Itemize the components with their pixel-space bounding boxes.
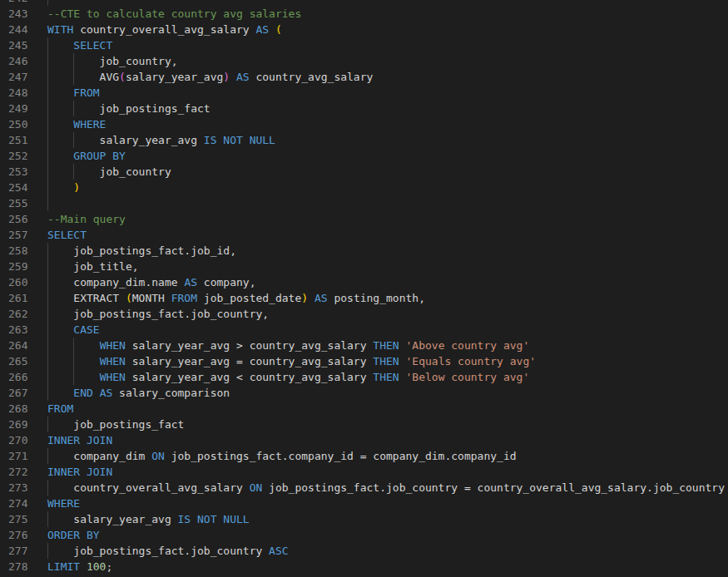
code-line[interactable]: 260 company_dim.name AS company, [0, 274, 728, 290]
code-token: AS [100, 387, 113, 399]
line-number[interactable]: 266 [8, 369, 27, 385]
code-line[interactable]: 245 SELECT [0, 37, 728, 53]
line-number[interactable]: 243 [8, 6, 27, 22]
line-number[interactable]: 260 [8, 274, 27, 290]
line-number[interactable]: 270 [8, 432, 27, 448]
code-line[interactable]: 275 salary_year_avg IS NOT NULL [0, 511, 728, 527]
code-line[interactable]: 274WHERE [0, 496, 728, 511]
code-line-content: job_postings_fact [47, 101, 210, 116]
line-number[interactable]: 272 [8, 464, 27, 480]
code-line[interactable]: 269 job_postings_fact [0, 417, 728, 432]
indent-guide [47, 243, 48, 259]
code-line[interactable]: 255 [0, 195, 728, 211]
line-number[interactable]: 258 [8, 243, 27, 259]
line-number[interactable]: 278 [8, 559, 27, 575]
code-line[interactable]: 246 job_country, [0, 53, 728, 69]
code-line[interactable]: 247 AVG(salary_year_avg) AS country_avg_… [0, 69, 728, 85]
code-token: AS [236, 71, 250, 83]
line-number[interactable]: 269 [8, 417, 27, 432]
code-token: ( [275, 23, 282, 36]
code-token: INNER JOIN [47, 466, 112, 478]
line-number[interactable]: 265 [8, 353, 27, 369]
code-line[interactable]: 263 CASE [0, 322, 728, 338]
line-number[interactable]: 268 [8, 401, 27, 417]
code-line[interactable]: 242 [0, 0, 728, 6]
line-number[interactable]: 256 [8, 211, 27, 227]
line-number[interactable]: 250 [8, 116, 27, 132]
code-token: INNER JOIN [47, 434, 112, 446]
code-token: job_postings_fact.company_id = company_d… [165, 450, 517, 462]
code-line[interactable]: 270INNER JOIN [0, 432, 728, 448]
line-number[interactable]: 261 [8, 290, 27, 306]
line-number[interactable]: 267 [8, 385, 27, 401]
code-line[interactable]: 278LIMIT 100; [0, 559, 728, 575]
line-number[interactable]: 275 [8, 511, 27, 527]
code-line[interactable]: 244WITH country_overall_avg_salary AS ( [0, 22, 728, 37]
indent-guide [73, 164, 74, 180]
line-number[interactable]: 262 [8, 306, 27, 322]
code-token: WITH [47, 23, 73, 36]
code-line[interactable]: 265 WHEN salary_year_avg = country_avg_s… [0, 353, 728, 369]
line-number[interactable]: 245 [8, 37, 27, 53]
code-line[interactable]: 253 job_country [0, 164, 728, 180]
code-line[interactable]: 261 EXTRACT (MONTH FROM job_posted_date)… [0, 290, 728, 306]
code-token: company, [197, 276, 255, 288]
indent-guide [47, 511, 48, 527]
code-line-content: job_postings_fact.job_country ASC [47, 543, 289, 559]
code-line[interactable]: 276ORDER BY [0, 527, 728, 543]
code-token: ; [106, 560, 112, 573]
code-token: posting_month, [328, 292, 425, 304]
code-line[interactable]: 252 GROUP BY [0, 148, 728, 164]
line-number[interactable]: 253 [8, 164, 27, 180]
line-number[interactable]: 277 [8, 543, 27, 559]
indent-guide [47, 116, 48, 132]
code-token: job_posted_date [197, 292, 301, 304]
line-number[interactable]: 251 [8, 132, 27, 148]
code-line[interactable]: 259 job_title, [0, 259, 728, 274]
code-line[interactable]: 258 job_postings_fact.job_id, [0, 243, 728, 259]
code-line[interactable]: 248 FROM [0, 85, 728, 101]
line-number[interactable]: 246 [8, 53, 27, 69]
line-number[interactable]: 254 [8, 180, 27, 195]
code-line[interactable]: 250 WHERE [0, 116, 728, 132]
code-line[interactable]: 273 country_overall_avg_salary ON job_po… [0, 480, 728, 496]
line-number[interactable]: 257 [8, 227, 27, 243]
code-line[interactable]: 268FROM [0, 401, 728, 417]
code-line[interactable]: 254 ) [0, 180, 728, 195]
line-number[interactable]: 248 [8, 85, 27, 101]
code-line[interactable]: 256--Main query [0, 211, 728, 227]
code-token: ASC [269, 545, 288, 557]
code-token: THEN [373, 339, 399, 352]
code-line[interactable]: 262 job_postings_fact.job_country, [0, 306, 728, 322]
line-number[interactable]: 252 [8, 148, 27, 164]
code-line[interactable]: 264 WHEN salary_year_avg > country_avg_s… [0, 338, 728, 353]
code-line[interactable]: 266 WHEN salary_year_avg < country_avg_s… [0, 369, 728, 385]
code-line-content: WITH country_overall_avg_salary AS ( [47, 22, 282, 37]
line-number[interactable]: 273 [8, 480, 27, 496]
line-number[interactable]: 255 [8, 195, 27, 211]
code-line[interactable]: 251 salary_year_avg IS NOT NULL [0, 132, 728, 148]
line-number[interactable]: 242 [8, 0, 27, 6]
line-number[interactable]: 247 [8, 69, 27, 85]
line-number[interactable]: 259 [8, 259, 27, 274]
code-line[interactable]: 267 END AS salary_comparison [0, 385, 728, 401]
line-number[interactable]: 244 [8, 22, 27, 37]
code-token: FROM [73, 86, 99, 99]
code-editor[interactable]: 242243--CTE to calculate country avg sal… [0, 0, 728, 577]
line-number[interactable]: 249 [8, 101, 27, 116]
line-number[interactable]: 271 [8, 448, 27, 464]
code-token [269, 23, 275, 36]
code-line[interactable]: 257SELECT [0, 227, 728, 243]
code-line[interactable]: 272INNER JOIN [0, 464, 728, 480]
code-line-content: FROM [47, 85, 100, 101]
code-line[interactable]: 243--CTE to calculate country avg salari… [0, 6, 728, 22]
code-line[interactable]: 271 company_dim ON job_postings_fact.com… [0, 448, 728, 464]
code-token: MONTH [132, 292, 171, 304]
line-number[interactable]: 274 [8, 496, 27, 511]
line-number[interactable]: 276 [8, 527, 27, 543]
code-line[interactable]: 249 job_postings_fact [0, 101, 728, 116]
line-number[interactable]: 263 [8, 322, 27, 338]
indent-guide [47, 322, 48, 338]
code-line[interactable]: 277 job_postings_fact.job_country ASC [0, 543, 728, 559]
line-number[interactable]: 264 [8, 338, 27, 353]
